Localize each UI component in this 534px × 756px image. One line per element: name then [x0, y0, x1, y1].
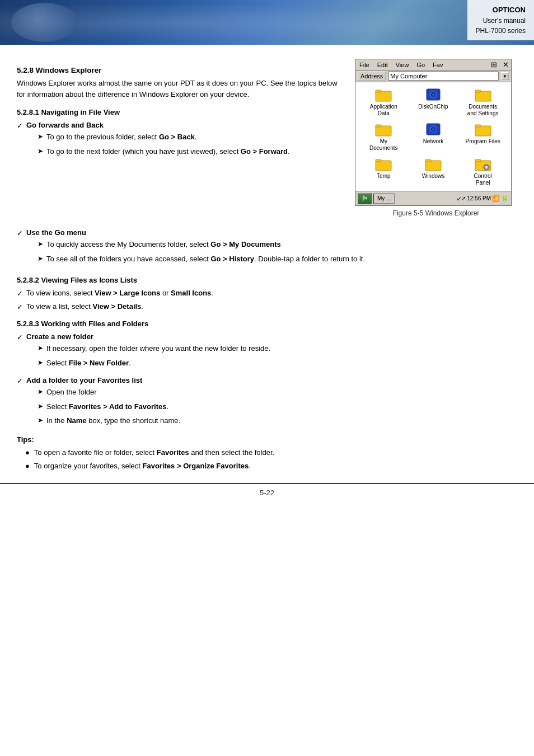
taskbar-window-item[interactable]: My ...: [373, 194, 395, 204]
header-globe-decoration: [11, 3, 78, 42]
file-item-network[interactable]: Network: [410, 121, 457, 152]
check-item-favorites: ✓ Add a folder to your Favorites list ➤ …: [17, 376, 517, 430]
file-label-temp: Temp: [377, 173, 390, 180]
tray-icon-2: 🔋: [501, 195, 509, 202]
tip-item-organize-fav: ● To organize your favorites, select Fav…: [25, 461, 517, 472]
address-dropdown-icon[interactable]: ▼: [501, 72, 509, 80]
check-icon-6: ✓: [17, 377, 23, 385]
menu-file[interactable]: File: [358, 61, 371, 69]
diskonchip-icon: [424, 87, 442, 102]
check-icon-3: ✓: [17, 289, 23, 298]
address-label: Address: [358, 72, 386, 81]
check-icon-1: ✓: [17, 121, 23, 130]
favorites-subitems: ➤ Open the folder ➤ Select Favorites > A…: [38, 387, 517, 426]
taskbar-tray: ↙↗ 12:56 PM 📶 🔋: [457, 195, 509, 202]
newfolder-subitems: ➤ If necessary, open the folder where yo…: [38, 343, 517, 368]
section-title: 5.2.8 Windows Explorer: [17, 66, 344, 74]
menu-icon-1: ⊞: [491, 60, 497, 69]
file-item-diskonchip[interactable]: DiskOnChip: [410, 87, 457, 117]
network-icon: [424, 121, 442, 137]
menu-fav[interactable]: Fav: [431, 61, 444, 69]
tray-arrow-icon: ↙↗: [457, 195, 466, 201]
file-item-mydocuments[interactable]: MyDocuments: [360, 121, 407, 152]
nav-check-list: ✓ Go forwards and Back ➤ To go to the pr…: [17, 121, 344, 160]
favorites-label: Add a folder to your Favorites list: [26, 376, 142, 384]
check-item-newfolder: ✓ Create a new folder ➤ If necessary, op…: [17, 332, 517, 372]
file-label-mydocuments: MyDocuments: [369, 138, 398, 152]
check-icon-2: ✓: [17, 229, 23, 237]
menu-edit[interactable]: Edit: [376, 61, 390, 69]
svg-rect-18: [425, 161, 441, 171]
left-column: 5.2.8 Windows Explorer Windows Explorer …: [17, 56, 344, 217]
newfolder-label: Create a new folder: [26, 332, 93, 341]
folder-icon-temp: [374, 156, 392, 172]
file-label-appdata: ApplicationData: [370, 104, 397, 117]
svg-point-13: [432, 129, 434, 130]
page-number: 5-22: [260, 489, 274, 497]
tray-time: 12:56 PM: [467, 195, 491, 201]
manual-label: User's manual: [476, 16, 526, 26]
file-label-diskonchip: DiskOnChip: [418, 104, 448, 110]
svg-rect-15: [475, 125, 481, 127]
check-icon-5: ✓: [17, 333, 23, 341]
arrow-icon-3: ➤: [38, 239, 43, 249]
address-value[interactable]: My Computer: [388, 72, 499, 81]
section-282: 5.2.8.2 Viewing Files as Icons Lists ✓ T…: [0, 276, 534, 311]
file-item-temp[interactable]: Temp: [360, 156, 407, 186]
svg-rect-6: [475, 91, 491, 101]
arrow-item-mydocs: ➤ To quickly access the My Documents fol…: [38, 239, 517, 250]
section-283: 5.2.8.3 Working with Files and Folders ✓…: [0, 320, 534, 472]
intro-text: Windows Explorer works almost the same o…: [17, 78, 344, 100]
arrow-item-back: ➤ To go to the previous folder, select G…: [38, 132, 344, 143]
folder-icon-mydocuments: [374, 121, 392, 137]
arrow-icon-7: ➤: [38, 387, 43, 397]
gomenu-subitems: ➤ To quickly access the My Documents fol…: [38, 239, 517, 264]
check-icon-4: ✓: [17, 303, 23, 311]
arrow-icon-4: ➤: [38, 253, 43, 264]
menu-view[interactable]: View: [394, 61, 411, 69]
svg-rect-14: [475, 126, 491, 136]
check-item-largeicons: ✓ To view icons, select View > Large Ico…: [17, 289, 517, 298]
folder-icon-programfiles: [474, 121, 492, 137]
page-footer: 5-22: [0, 483, 534, 501]
svg-rect-21: [475, 159, 481, 162]
arrow-icon-1: ➤: [38, 132, 43, 142]
file-label-programfiles: Program Files: [466, 138, 500, 145]
tips-label: Tips:: [17, 435, 517, 444]
file-item-programfiles[interactable]: Program Files: [459, 121, 507, 152]
gomenu-label: Use the Go menu: [26, 228, 86, 237]
view-check-list: ✓ To view icons, select View > Large Ico…: [17, 289, 517, 311]
explorer-menubar: File Edit View Go Fav ⊞ ✕: [355, 59, 511, 71]
menu-go[interactable]: Go: [415, 61, 427, 69]
arrow-item-history: ➤ To see all of the folders you have acc…: [38, 253, 517, 265]
explorer-address-bar: Address My Computer ▼: [355, 71, 511, 82]
arrow-item-openfav: ➤ Open the folder: [38, 387, 517, 398]
svg-rect-16: [376, 161, 391, 171]
arrow-icon-5: ➤: [38, 343, 43, 353]
check-item-details: ✓ To view a list, select View > Details.: [17, 302, 517, 311]
svg-point-5: [432, 94, 434, 96]
close-icon[interactable]: ✕: [503, 60, 509, 69]
file-item-windows[interactable]: Windows: [410, 156, 457, 186]
controlpanel-icon: [474, 156, 492, 172]
figure-caption: Figure 5-5 Windows Explorer: [355, 209, 517, 217]
svg-point-23: [485, 166, 488, 169]
file-item-documents-settings[interactable]: Documentsand Settings: [459, 87, 507, 117]
bullet-icon-1: ●: [25, 447, 30, 458]
goback-subitems: ➤ To go to the previous folder, select G…: [38, 132, 344, 157]
start-button[interactable]: 🏳: [358, 193, 372, 204]
svg-rect-26: [483, 167, 485, 168]
svg-rect-1: [376, 90, 381, 92]
file-item-controlpanel[interactable]: ControlPanel: [459, 156, 507, 186]
svg-rect-25: [486, 169, 487, 171]
arrow-item-namebox: ➤ In the Name box, type the shortcut nam…: [38, 415, 517, 426]
arrow-item-newfolderselect: ➤ Select File > New Folder.: [38, 358, 517, 369]
tray-icon-1: 📶: [492, 195, 500, 202]
files-folders-check-list: ✓ Create a new folder ➤ If necessary, op…: [17, 332, 517, 430]
file-label-documents-settings: Documentsand Settings: [467, 104, 499, 117]
svg-rect-17: [376, 159, 381, 162]
arrow-icon-9: ➤: [38, 415, 43, 425]
file-item-appdata[interactable]: ApplicationData: [360, 87, 407, 117]
folder-icon-appdata: [374, 87, 392, 102]
subsection-3-title: 5.2.8.3 Working with Files and Folders: [17, 320, 517, 328]
